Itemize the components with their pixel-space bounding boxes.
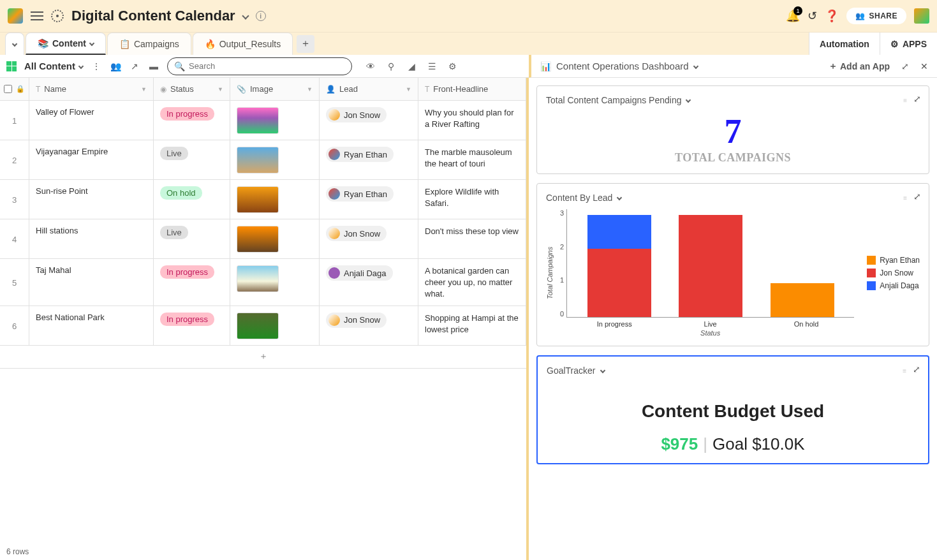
cell-lead[interactable]: Ryan Ethan xyxy=(320,140,418,179)
table-row[interactable]: 5 Taj Mahal In progress Anjali Daga A bo… xyxy=(0,259,526,306)
cell-headline[interactable]: Don't miss these top view xyxy=(418,219,526,258)
table-row[interactable]: 6 Best National Park In progress Jon Sno… xyxy=(0,306,526,346)
expand-card-icon[interactable]: ⤢ xyxy=(913,364,920,374)
drag-handle-icon[interactable]: ≡ xyxy=(903,195,907,202)
column-header-name[interactable]: TName▼ xyxy=(29,78,154,100)
tab-output-results[interactable]: 🔥 Output_Results xyxy=(193,33,293,55)
search-box[interactable]: 🔍 xyxy=(167,57,352,75)
cell-name[interactable]: Sun-rise Point xyxy=(29,180,154,219)
cell-lead[interactable]: Ryan Ethan xyxy=(320,180,418,219)
dashboard-card-pending[interactable]: Total Content Campaigns Pending ≡ ⤢ 7 TO… xyxy=(536,85,929,174)
status-badge: Live xyxy=(160,226,188,239)
tabs-dropdown-icon[interactable] xyxy=(5,33,24,55)
cell-lead[interactable]: Jon Snow xyxy=(320,101,418,140)
cell-image[interactable] xyxy=(230,259,320,306)
select-all-checkbox[interactable] xyxy=(4,85,12,93)
cell-status[interactable]: Live xyxy=(154,219,230,258)
card-title: GoalTracker xyxy=(547,365,596,376)
cell-headline[interactable]: Why you should plan for a River Rafting xyxy=(418,101,526,140)
adjust-icon[interactable]: ⚲ xyxy=(385,61,397,72)
dashboard-card-goal[interactable]: GoalTracker ≡ ⤢ Content Budget Used $975… xyxy=(536,355,929,464)
column-header-image[interactable]: 📎Image▼ xyxy=(230,78,320,100)
fill-color-icon[interactable]: ◢ xyxy=(406,61,417,72)
cell-image[interactable] xyxy=(230,101,320,140)
x-axis-label: Status xyxy=(554,329,854,337)
column-header-status[interactable]: ◉Status▼ xyxy=(154,78,230,100)
table-row[interactable]: 2 Vijayanagar Empire Live Ryan Ethan The… xyxy=(0,140,526,180)
hide-fields-icon[interactable]: 👁 xyxy=(365,61,376,72)
chevron-down-icon[interactable] xyxy=(600,368,605,373)
app-logo[interactable] xyxy=(8,8,23,24)
share-view-icon[interactable]: ↗ xyxy=(129,61,140,72)
tab-campaigns[interactable]: 📋 Campaigns xyxy=(107,33,191,55)
search-icon: 🔍 xyxy=(174,61,185,71)
drag-handle-icon[interactable]: ≡ xyxy=(903,367,906,374)
expand-icon[interactable]: ⤢ xyxy=(901,61,909,71)
chevron-down-icon[interactable] xyxy=(686,98,691,103)
row-number: 5 xyxy=(0,259,29,306)
cell-headline[interactable]: Shopping at Hampi at the lowest price xyxy=(418,306,526,345)
menu-icon[interactable] xyxy=(31,9,43,23)
add-tab-button[interactable]: ＋ xyxy=(297,35,314,53)
share-button[interactable]: 👥 SHARE xyxy=(846,8,906,24)
cell-headline[interactable]: Explore Wildlife with Safari. xyxy=(418,180,526,219)
cell-headline[interactable]: The marble mausoleum the heart of touri xyxy=(418,140,526,179)
tab-content[interactable]: 📚 Content xyxy=(26,33,106,55)
table-row[interactable]: 3 Sun-rise Point On hold Ryan Ethan Expl… xyxy=(0,180,526,219)
tabs-bar: 📚 Content 📋 Campaigns 🔥 Output_Results ＋… xyxy=(0,32,937,55)
status-badge: In progress xyxy=(160,313,214,326)
dashboard-dropdown-icon[interactable] xyxy=(693,63,698,68)
chevron-down-icon[interactable] xyxy=(89,41,94,46)
grid-view-icon[interactable] xyxy=(6,61,17,71)
cell-status[interactable]: In progress xyxy=(154,101,230,140)
dashboard-card-chart[interactable]: Content By Lead ≡ ⤢ Total Campaigns 0123… xyxy=(536,183,929,346)
more-options-icon[interactable]: ⋮ xyxy=(91,61,102,72)
title-dropdown-icon[interactable] xyxy=(242,12,249,19)
cell-status[interactable]: On hold xyxy=(154,180,230,219)
table-row[interactable]: 1 Valley of Flower In progress Jon Snow … xyxy=(0,101,526,140)
notifications-icon[interactable]: 🔔1 xyxy=(786,9,800,23)
cell-name[interactable]: Best National Park xyxy=(29,306,154,345)
search-input[interactable] xyxy=(189,61,345,71)
add-row-button[interactable]: ＋ xyxy=(0,346,526,369)
expand-card-icon[interactable]: ⤢ xyxy=(913,191,921,202)
chart-bars xyxy=(566,209,854,318)
info-icon[interactable]: i xyxy=(256,11,266,21)
cell-image[interactable] xyxy=(230,180,320,219)
chevron-down-icon[interactable] xyxy=(617,195,622,200)
view-name-dropdown[interactable]: All Content xyxy=(24,61,83,71)
help-icon[interactable]: ❓ xyxy=(825,9,839,23)
cell-image[interactable] xyxy=(230,140,320,179)
cell-status[interactable]: In progress xyxy=(154,259,230,306)
cell-name[interactable]: Hill stations xyxy=(29,219,154,258)
brand-icon[interactable] xyxy=(914,8,929,24)
target-icon[interactable] xyxy=(51,10,64,22)
cell-name[interactable]: Taj Mahal xyxy=(29,259,154,306)
cell-status[interactable]: Live xyxy=(154,140,230,179)
expand-card-icon[interactable]: ⤢ xyxy=(913,94,921,104)
cell-lead[interactable]: Jon Snow xyxy=(320,306,418,345)
cell-headline[interactable]: A botanical garden can cheer you up, no … xyxy=(418,259,526,306)
cell-image[interactable] xyxy=(230,219,320,258)
cell-name[interactable]: Valley of Flower xyxy=(29,101,154,140)
filter-icon[interactable]: ☰ xyxy=(426,61,438,72)
cell-image[interactable] xyxy=(230,306,320,345)
column-header-headline[interactable]: TFront-Headline xyxy=(418,78,526,100)
drag-handle-icon[interactable]: ≡ xyxy=(903,97,907,104)
cell-name[interactable]: Vijayanagar Empire xyxy=(29,140,154,179)
apps-button[interactable]: ⚙ APPS xyxy=(880,33,937,55)
lead-chip: Ryan Ethan xyxy=(326,147,394,162)
settings-icon[interactable]: ⚙ xyxy=(446,61,458,72)
table-row[interactable]: 4 Hill stations Live Jon Snow Don't miss… xyxy=(0,219,526,259)
card-view-icon[interactable]: ▬ xyxy=(148,61,159,72)
grid-header: 🔒 TName▼ ◉Status▼ 📎Image▼ 👤Lead▼ TFront-… xyxy=(0,78,526,101)
add-app-button[interactable]: ＋ Add an App xyxy=(829,61,890,72)
column-header-lead[interactable]: 👤Lead▼ xyxy=(320,78,418,100)
cell-lead[interactable]: Jon Snow xyxy=(320,219,418,258)
close-icon[interactable]: ✕ xyxy=(920,61,928,71)
automation-button[interactable]: Automation xyxy=(809,33,880,55)
cell-status[interactable]: In progress xyxy=(154,306,230,345)
history-icon[interactable]: ↺ xyxy=(808,9,817,23)
people-icon[interactable]: 👥 xyxy=(110,61,121,72)
cell-lead[interactable]: Anjali Daga xyxy=(320,259,418,306)
